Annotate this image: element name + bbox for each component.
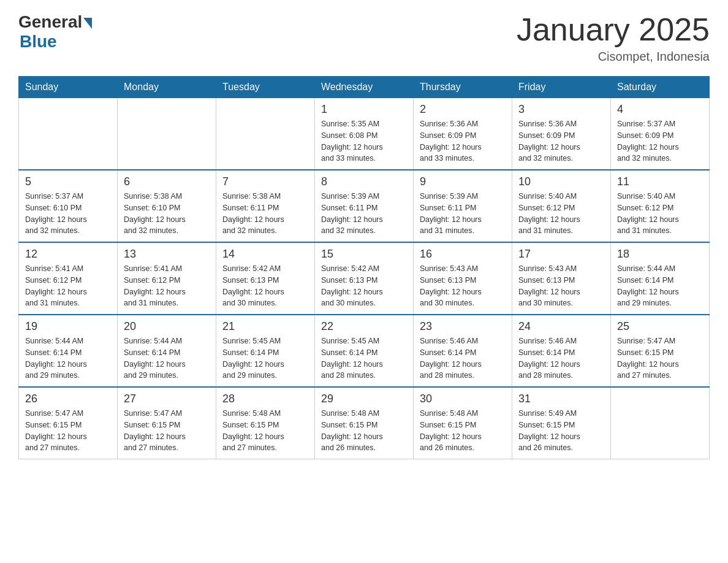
calendar-cell: 1Sunrise: 5:35 AMSunset: 6:08 PMDaylight…: [315, 98, 414, 170]
location: Cisompet, Indonesia: [517, 50, 710, 64]
calendar-cell: 25Sunrise: 5:47 AMSunset: 6:15 PMDayligh…: [611, 315, 710, 387]
day-number: 20: [124, 320, 210, 333]
day-info: Sunrise: 5:45 AMSunset: 6:14 PMDaylight:…: [222, 335, 308, 381]
calendar-cell: 14Sunrise: 5:42 AMSunset: 6:13 PMDayligh…: [216, 242, 315, 315]
calendar-cell: 29Sunrise: 5:48 AMSunset: 6:15 PMDayligh…: [315, 387, 414, 459]
day-number: 13: [124, 248, 210, 261]
day-number: 24: [518, 320, 604, 333]
day-info: Sunrise: 5:40 AMSunset: 6:12 PMDaylight:…: [518, 191, 604, 237]
day-number: 15: [321, 248, 407, 261]
column-header-saturday: Saturday: [611, 77, 710, 98]
logo-general-text: General: [18, 12, 82, 32]
column-header-thursday: Thursday: [414, 77, 512, 98]
calendar-cell: 3Sunrise: 5:36 AMSunset: 6:09 PMDaylight…: [512, 98, 611, 170]
calendar-cell: 8Sunrise: 5:39 AMSunset: 6:11 PMDaylight…: [315, 170, 414, 242]
day-number: 21: [222, 320, 308, 333]
calendar-cell: 15Sunrise: 5:42 AMSunset: 6:13 PMDayligh…: [315, 242, 414, 315]
page-header: General Blue January 2025 Cisompet, Indo…: [18, 12, 710, 64]
day-number: 29: [321, 393, 407, 405]
calendar-cell: [611, 387, 710, 459]
day-number: 14: [222, 248, 308, 261]
day-number: 8: [321, 175, 407, 188]
day-number: 30: [420, 393, 506, 405]
month-title: January 2025: [517, 12, 710, 47]
day-info: Sunrise: 5:43 AMSunset: 6:13 PMDaylight:…: [420, 263, 506, 309]
calendar-week-row: 12Sunrise: 5:41 AMSunset: 6:12 PMDayligh…: [19, 242, 710, 315]
day-number: 3: [518, 103, 604, 116]
calendar-week-row: 26Sunrise: 5:47 AMSunset: 6:15 PMDayligh…: [19, 387, 710, 459]
column-header-wednesday: Wednesday: [315, 77, 414, 98]
logo: General Blue: [18, 12, 92, 52]
day-info: Sunrise: 5:48 AMSunset: 6:15 PMDaylight:…: [420, 408, 506, 454]
calendar-cell: [19, 98, 118, 170]
calendar-cell: 26Sunrise: 5:47 AMSunset: 6:15 PMDayligh…: [19, 387, 118, 459]
calendar-cell: 9Sunrise: 5:39 AMSunset: 6:11 PMDaylight…: [414, 170, 512, 242]
day-number: 17: [518, 248, 604, 261]
day-info: Sunrise: 5:37 AMSunset: 6:10 PMDaylight:…: [25, 191, 111, 237]
calendar-cell: 20Sunrise: 5:44 AMSunset: 6:14 PMDayligh…: [118, 315, 216, 387]
day-number: 11: [617, 175, 703, 188]
day-number: 19: [25, 320, 111, 333]
day-number: 6: [124, 175, 210, 188]
day-number: 4: [617, 103, 703, 116]
calendar-cell: 13Sunrise: 5:41 AMSunset: 6:12 PMDayligh…: [118, 242, 216, 315]
column-header-friday: Friday: [512, 77, 611, 98]
day-number: 22: [321, 320, 407, 333]
calendar-cell: 5Sunrise: 5:37 AMSunset: 6:10 PMDaylight…: [19, 170, 118, 242]
calendar-cell: 12Sunrise: 5:41 AMSunset: 6:12 PMDayligh…: [19, 242, 118, 315]
day-info: Sunrise: 5:45 AMSunset: 6:14 PMDaylight:…: [321, 335, 407, 381]
calendar-cell: 31Sunrise: 5:49 AMSunset: 6:15 PMDayligh…: [512, 387, 611, 459]
calendar-week-row: 1Sunrise: 5:35 AMSunset: 6:08 PMDaylight…: [19, 98, 710, 170]
day-number: 23: [420, 320, 506, 333]
day-info: Sunrise: 5:39 AMSunset: 6:11 PMDaylight:…: [420, 191, 506, 237]
logo-blue-text: Blue: [20, 32, 57, 52]
day-info: Sunrise: 5:36 AMSunset: 6:09 PMDaylight:…: [518, 118, 604, 164]
day-info: Sunrise: 5:44 AMSunset: 6:14 PMDaylight:…: [617, 263, 703, 309]
day-info: Sunrise: 5:49 AMSunset: 6:15 PMDaylight:…: [518, 408, 604, 454]
day-info: Sunrise: 5:38 AMSunset: 6:10 PMDaylight:…: [124, 191, 210, 237]
day-number: 2: [420, 103, 506, 116]
day-number: 10: [518, 175, 604, 188]
day-number: 5: [25, 175, 111, 188]
day-info: Sunrise: 5:48 AMSunset: 6:15 PMDaylight:…: [222, 408, 308, 454]
calendar-cell: 7Sunrise: 5:38 AMSunset: 6:11 PMDaylight…: [216, 170, 315, 242]
day-info: Sunrise: 5:40 AMSunset: 6:12 PMDaylight:…: [617, 191, 703, 237]
column-header-tuesday: Tuesday: [216, 77, 315, 98]
calendar-cell: 30Sunrise: 5:48 AMSunset: 6:15 PMDayligh…: [414, 387, 512, 459]
title-section: January 2025 Cisompet, Indonesia: [517, 12, 710, 64]
day-info: Sunrise: 5:36 AMSunset: 6:09 PMDaylight:…: [420, 118, 506, 164]
day-number: 18: [617, 248, 703, 261]
calendar-cell: 4Sunrise: 5:37 AMSunset: 6:09 PMDaylight…: [611, 98, 710, 170]
column-header-monday: Monday: [118, 77, 216, 98]
calendar-cell: 22Sunrise: 5:45 AMSunset: 6:14 PMDayligh…: [315, 315, 414, 387]
calendar-cell: 28Sunrise: 5:48 AMSunset: 6:15 PMDayligh…: [216, 387, 315, 459]
calendar-cell: [118, 98, 216, 170]
day-info: Sunrise: 5:39 AMSunset: 6:11 PMDaylight:…: [321, 191, 407, 237]
day-info: Sunrise: 5:44 AMSunset: 6:14 PMDaylight:…: [25, 335, 111, 381]
day-info: Sunrise: 5:47 AMSunset: 6:15 PMDaylight:…: [124, 408, 210, 454]
calendar-cell: [216, 98, 315, 170]
day-info: Sunrise: 5:43 AMSunset: 6:13 PMDaylight:…: [518, 263, 604, 309]
day-number: 16: [420, 248, 506, 261]
day-number: 26: [25, 393, 111, 405]
day-info: Sunrise: 5:38 AMSunset: 6:11 PMDaylight:…: [222, 191, 308, 237]
day-number: 28: [222, 393, 308, 405]
day-info: Sunrise: 5:44 AMSunset: 6:14 PMDaylight:…: [124, 335, 210, 381]
calendar-cell: 10Sunrise: 5:40 AMSunset: 6:12 PMDayligh…: [512, 170, 611, 242]
calendar-week-row: 5Sunrise: 5:37 AMSunset: 6:10 PMDaylight…: [19, 170, 710, 242]
calendar-cell: 24Sunrise: 5:46 AMSunset: 6:14 PMDayligh…: [512, 315, 611, 387]
day-info: Sunrise: 5:47 AMSunset: 6:15 PMDaylight:…: [617, 335, 703, 381]
logo-arrow-icon: [83, 18, 92, 29]
day-number: 9: [420, 175, 506, 188]
calendar-week-row: 19Sunrise: 5:44 AMSunset: 6:14 PMDayligh…: [19, 315, 710, 387]
day-info: Sunrise: 5:41 AMSunset: 6:12 PMDaylight:…: [25, 263, 111, 309]
calendar-cell: 16Sunrise: 5:43 AMSunset: 6:13 PMDayligh…: [414, 242, 512, 315]
day-number: 27: [124, 393, 210, 405]
calendar-cell: 6Sunrise: 5:38 AMSunset: 6:10 PMDaylight…: [118, 170, 216, 242]
day-info: Sunrise: 5:46 AMSunset: 6:14 PMDaylight:…: [420, 335, 506, 381]
calendar-cell: 17Sunrise: 5:43 AMSunset: 6:13 PMDayligh…: [512, 242, 611, 315]
calendar-cell: 11Sunrise: 5:40 AMSunset: 6:12 PMDayligh…: [611, 170, 710, 242]
day-info: Sunrise: 5:46 AMSunset: 6:14 PMDaylight:…: [518, 335, 604, 381]
calendar-cell: 23Sunrise: 5:46 AMSunset: 6:14 PMDayligh…: [414, 315, 512, 387]
calendar-cell: 18Sunrise: 5:44 AMSunset: 6:14 PMDayligh…: [611, 242, 710, 315]
